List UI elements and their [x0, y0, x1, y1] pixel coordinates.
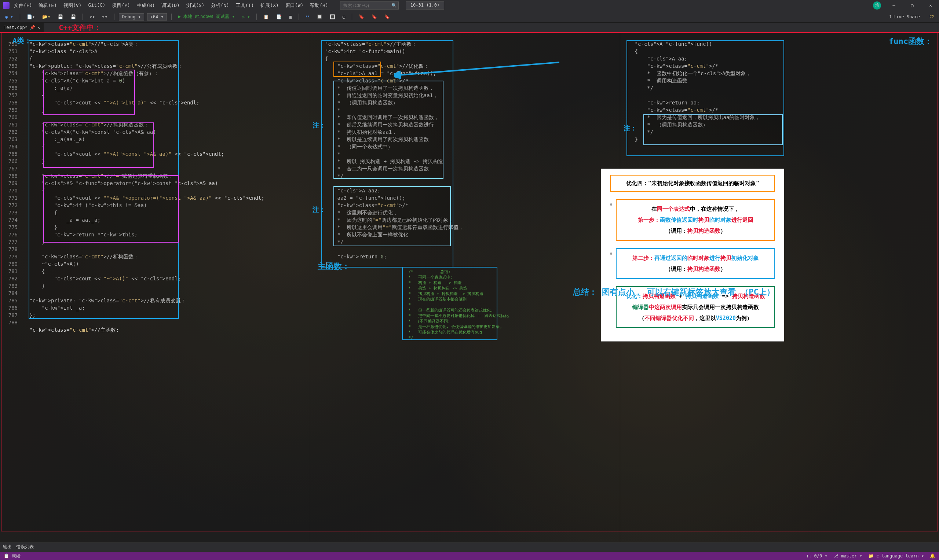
- menu-bar: 文件(F) 编辑(E) 视图(V) Git(G) 项目(P) 生成(B) 调试(…: [11, 1, 331, 10]
- title-bar: 文件(F) 编辑(E) 视图(V) Git(G) 项目(P) 生成(B) 调试(…: [0, 0, 939, 11]
- editor-pane-left[interactable]: 750 751 752 753 754 755 756 757 758 759 …: [0, 33, 310, 542]
- tool-icon[interactable]: ☷: [303, 13, 312, 20]
- config-dropdown[interactable]: Debug ▾: [119, 13, 144, 20]
- save-all-icon[interactable]: 💾: [68, 13, 78, 20]
- live-share-icon: ⤴: [889, 14, 891, 19]
- annotation-label-main: 主函数：: [315, 260, 353, 273]
- admin-icon[interactable]: 🛡: [927, 13, 936, 20]
- tool-icon[interactable]: 🔳: [328, 13, 338, 20]
- tab-close-icon[interactable]: ✕: [37, 25, 40, 30]
- repo-name[interactable]: 📁 c-language-learn ▾: [868, 554, 924, 558]
- menu-debug[interactable]: 调试(D): [159, 1, 182, 10]
- menu-extensions[interactable]: 扩展(X): [257, 1, 281, 10]
- tool-icon[interactable]: 📑: [274, 13, 284, 20]
- solution-name[interactable]: 10-31 (1.0): [406, 2, 444, 9]
- menu-help[interactable]: 帮助(H): [307, 1, 331, 10]
- new-file-icon[interactable]: 📄▾: [25, 13, 37, 20]
- editor-area: 750 751 752 753 754 755 756 757 758 759 …: [0, 33, 939, 542]
- errors-tab[interactable]: 错误列表: [16, 544, 34, 550]
- git-branch[interactable]: ⎇ master ▾: [833, 554, 862, 558]
- maximize-button[interactable]: ▢: [907, 3, 918, 8]
- menu-tools[interactable]: 工具(T): [233, 1, 257, 10]
- info-step-2: 第二步：再通过返回的临时对象进行拷贝初始化对象 （调用：拷贝构造函数）: [616, 248, 775, 279]
- start-debug-button[interactable]: ▶ 本地 Windows 调试器 ▾: [176, 12, 237, 21]
- small-notes: /* 总结: * 再同一个表达式中: * 构造 + 构造 -> 构造 * 构造 …: [409, 269, 509, 340]
- annotation-note-2: 注：: [313, 205, 326, 214]
- very-bottom-bar: 📋 就绪 ↑↓ 0/0 ▾ ⎇ master ▾ 📁 c-language-le…: [0, 552, 939, 560]
- info-panel: 优化四："未初始化对象接收函数传值返回的临时对象" 在同一个表达式中，在这种情况…: [601, 169, 784, 342]
- menu-file[interactable]: 文件(F): [11, 1, 35, 10]
- menu-edit[interactable]: 编辑(E): [35, 1, 59, 10]
- close-button[interactable]: ✕: [925, 3, 936, 8]
- tool-icon[interactable]: 🔖: [369, 13, 379, 20]
- tab-bar: Test.cpp* 📌 ✕ C++文件中：: [0, 23, 939, 33]
- annotation-label-class: A类：: [9, 35, 34, 46]
- platform-dropdown[interactable]: x64 ▾: [147, 13, 167, 20]
- nav-back-icon[interactable]: ◉ ▾: [3, 13, 15, 20]
- line-gutter: 750 751 752 753 754 755 756 757 758 759 …: [0, 40, 21, 326]
- menu-project[interactable]: 项目(P): [109, 1, 133, 10]
- pin-icon[interactable]: 📌: [30, 25, 35, 30]
- tool-icon[interactable]: ▦: [287, 13, 294, 20]
- output-tab[interactable]: 输出: [3, 544, 12, 550]
- menu-test[interactable]: 测试(S): [183, 1, 207, 10]
- redo-icon[interactable]: ↷▾: [100, 13, 109, 20]
- open-file-icon[interactable]: 📂▾: [40, 13, 52, 20]
- tool-icon[interactable]: 🔲: [315, 13, 325, 20]
- vs-logo-icon: [3, 2, 9, 9]
- tool-icon[interactable]: ▢: [341, 13, 347, 20]
- code-content-middle[interactable]: "c-kw">class="c-cmt">//主函数： "c-kw">int "…: [325, 40, 464, 268]
- start-nodebug-icon[interactable]: ▷ ▾: [240, 13, 252, 20]
- tool-icon[interactable]: 🔖: [356, 13, 367, 20]
- tool-icon[interactable]: 🔖: [382, 13, 392, 20]
- search-input[interactable]: [340, 2, 399, 9]
- output-bar: 输出 错误列表: [0, 542, 939, 551]
- code-content-right[interactable]: "c-cls">A "c-func">func() { "c-cls">A aa…: [635, 40, 760, 143]
- summary-text: 总结： 图有点小， 可以右键新标签放大查看 （PC上）: [573, 286, 775, 298]
- tool-icon[interactable]: 📋: [261, 13, 271, 20]
- menu-git[interactable]: Git(G): [85, 1, 108, 10]
- save-icon[interactable]: 💾: [56, 13, 65, 20]
- git-changes[interactable]: ↑↓ 0/0 ▾: [806, 554, 828, 558]
- menu-analyze[interactable]: 分析(N): [208, 1, 232, 10]
- annotation-file-title: C++文件中：: [44, 23, 116, 32]
- search-icon: 🔍: [392, 3, 397, 8]
- undo-icon[interactable]: ↶▾: [87, 13, 97, 20]
- annotation-note-3: 注：: [624, 124, 637, 133]
- info-step-1: 在同一个表达式中，在这种情况下， 第一步：函数传值返回时拷贝临时对象进行返回 （…: [616, 199, 775, 241]
- minimize-button[interactable]: ─: [888, 3, 899, 8]
- annotation-label-func: func函数：: [886, 35, 935, 48]
- code-content-left[interactable]: "c-kw">class="c-cmt">//"c-cls">A类： "c-kw…: [29, 40, 264, 334]
- menu-window[interactable]: 窗口(W): [282, 1, 306, 10]
- annotation-note-1: 注：: [313, 121, 326, 130]
- main-toolbar: ◉ ▾ 📄▾ 📂▾ 💾 💾 ↶▾ ↷▾ Debug ▾ x64 ▾ ▶ 本地 W…: [0, 11, 939, 23]
- menu-view[interactable]: 视图(V): [60, 1, 84, 10]
- user-avatar[interactable]: 培: [873, 2, 881, 9]
- live-share-button[interactable]: ⤴ Live Share: [889, 14, 920, 19]
- menu-build[interactable]: 生成(B): [134, 1, 158, 10]
- ready-label: 📋 就绪: [4, 553, 20, 559]
- notifications-icon[interactable]: 🔔: [930, 554, 935, 558]
- tab-test-cpp[interactable]: Test.cpp* 📌 ✕: [0, 23, 44, 32]
- info-panel-title: 优化四："未初始化对象接收函数传值返回的临时对象": [610, 175, 775, 192]
